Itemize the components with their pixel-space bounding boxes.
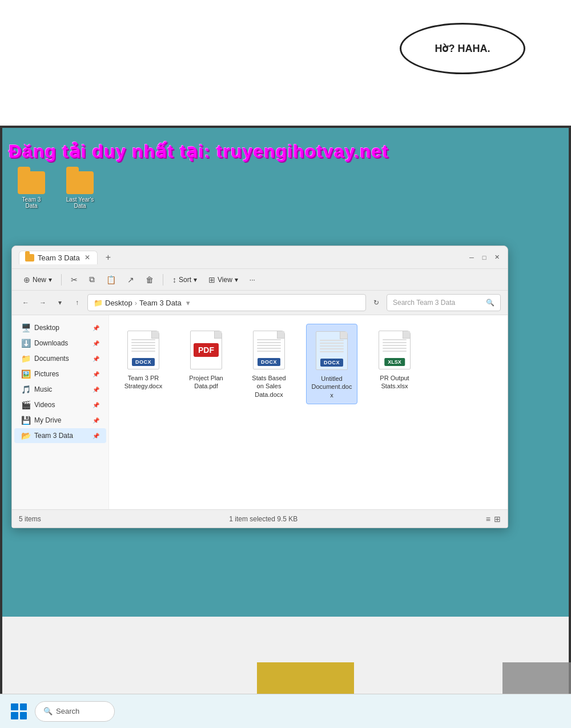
- view-button[interactable]: ⊞ View ▾: [204, 273, 243, 287]
- mydrive-icon: 💾: [21, 416, 31, 425]
- sidebar-item-music[interactable]: 🎵 Music 📌: [14, 382, 106, 397]
- pin-icon-team3data: 📌: [93, 433, 99, 439]
- speech-bubble: Hờ? HAHA.: [400, 23, 525, 74]
- desktop-icon-lastyear[interactable]: Last Year'sData: [60, 171, 100, 209]
- file-label-2: Project Plan Data.pdf: [185, 374, 227, 391]
- folder-icon-lastyear: [66, 171, 94, 194]
- file-item-untitled[interactable]: DOCX Untitled Document.docx: [306, 324, 357, 404]
- pin-icon-desktop: 📌: [93, 325, 99, 331]
- docx-icon-1: DOCX: [127, 331, 159, 369]
- windows-start-button[interactable]: [9, 701, 29, 722]
- taskbar-left: 🔍 Search: [9, 701, 115, 722]
- file-item-proutput[interactable]: XLSX PR Output Stats.xlsx: [369, 324, 420, 404]
- sidebar-item-pictures[interactable]: 🖼️ Pictures 📌: [14, 367, 106, 381]
- breadcrumb-folder-icon: 📁: [94, 299, 103, 307]
- forward-button[interactable]: →: [36, 296, 50, 309]
- status-bar: 5 items 1 item selected 9.5 KB ≡ ⊞: [12, 509, 508, 528]
- address-bar: ← → ▾ ↑ 📁 Desktop › Team 3 Data ▾ ↻ Sear…: [12, 291, 508, 315]
- sidebar-item-desktop[interactable]: 🖥️ Desktop 📌: [14, 320, 106, 335]
- back-button[interactable]: ←: [19, 296, 33, 309]
- status-right: ≡ ⊞: [486, 514, 501, 524]
- team3data-icon: 📂: [21, 431, 31, 440]
- sidebar-label-documents: Documents: [34, 355, 69, 363]
- maximize-button[interactable]: □: [480, 254, 488, 262]
- sidebar-label-music: Music: [34, 385, 52, 393]
- up-button[interactable]: ↑: [70, 296, 84, 309]
- windows-logo: [11, 703, 27, 719]
- docx-icon-3: DOCX: [253, 331, 285, 369]
- sidebar-item-team3data[interactable]: 📂 Team 3 Data 📌: [14, 428, 106, 443]
- docx-badge-1: DOCX: [132, 358, 155, 366]
- sidebar-item-videos[interactable]: 🎬 Videos 📌: [14, 397, 106, 412]
- desktop-icon-label-team3: Team 3Data: [22, 196, 41, 209]
- status-items-count: 5 items: [19, 515, 41, 523]
- file-item-statsdata[interactable]: DOCX Stats Based on Sales Data.docx: [243, 324, 295, 404]
- window-controls: ─ □ ✕: [468, 254, 501, 262]
- desktop-icons: Team 3Data Last Year'sData: [11, 171, 100, 209]
- file-item-projectplan[interactable]: PDF Project Plan Data.pdf: [180, 324, 232, 404]
- grid-view-icon[interactable]: ⊞: [494, 514, 501, 524]
- file-icon-wrapper-1: DOCX: [125, 328, 162, 372]
- new-icon: ⊕: [23, 275, 30, 284]
- file-item-team3pr[interactable]: DOCX Team 3 PR Strategy.docx: [118, 324, 169, 404]
- docx-badge-3: DOCX: [258, 358, 280, 366]
- file-label-4: Untitled Document.docx: [311, 375, 352, 399]
- down-button[interactable]: ▾: [53, 296, 67, 309]
- search-icon: 🔍: [486, 299, 494, 307]
- delete-icon: 🗑: [146, 275, 154, 284]
- title-tab[interactable]: Team 3 Data ✕: [19, 251, 98, 264]
- file-label-5: PR Output Stats.xlsx: [373, 374, 416, 391]
- refresh-button[interactable]: ↻: [369, 296, 383, 309]
- list-view-icon[interactable]: ≡: [486, 514, 490, 524]
- cut-button[interactable]: ✂: [66, 273, 82, 287]
- pin-icon-pictures: 📌: [93, 371, 99, 377]
- sort-icon: ↕: [172, 275, 176, 284]
- share-button[interactable]: ↗: [123, 273, 139, 287]
- file-icon-wrapper-4: DOCX: [313, 329, 350, 372]
- xlsx-icon-1: XLSX: [379, 331, 411, 369]
- paste-button[interactable]: 📋: [102, 273, 120, 287]
- sort-button[interactable]: ↕ Sort ▾: [168, 273, 202, 287]
- speech-bubble-text: Hờ? HAHA.: [435, 42, 490, 55]
- watermark-text: Đăng tải duy nhất tại: truyengihotvay.ne…: [9, 141, 389, 162]
- taskbar: 🔍 Search: [0, 694, 571, 728]
- paste-icon: 📋: [106, 275, 116, 284]
- close-button[interactable]: ✕: [493, 254, 501, 262]
- file-icon-wrapper-3: DOCX: [251, 328, 287, 372]
- file-label-1: Team 3 PR Strategy.docx: [122, 374, 164, 391]
- breadcrumb-separator: ›: [135, 299, 137, 307]
- sidebar-label-team3data: Team 3 Data: [34, 432, 73, 440]
- breadcrumb-item-desktop[interactable]: Desktop: [105, 299, 132, 307]
- sidebar-item-mydrive[interactable]: 💾 My Drive 📌: [14, 413, 106, 428]
- breadcrumb-item-team3[interactable]: Team 3 Data: [139, 299, 182, 307]
- taskbar-search-label: Search: [56, 707, 79, 715]
- breadcrumb-bar[interactable]: 📁 Desktop › Team 3 Data ▾: [87, 294, 366, 311]
- breadcrumb-dropdown[interactable]: ▾: [186, 299, 190, 307]
- file-icon-wrapper-2: PDF: [188, 328, 224, 372]
- delete-button[interactable]: 🗑: [141, 273, 158, 287]
- desktop-icon-team3[interactable]: Team 3Data: [11, 171, 51, 209]
- new-button[interactable]: ⊕ New ▾: [19, 273, 57, 287]
- sidebar-item-documents[interactable]: 📁 Documents 📌: [14, 351, 106, 366]
- tab-add-button[interactable]: +: [102, 252, 114, 263]
- file-explorer-window: Team 3 Data ✕ + ─ □ ✕ ⊕ New ▾ ✂ ⧉ 📋 ↗: [11, 246, 508, 528]
- search-bar[interactable]: Search Team 3 Data 🔍: [387, 294, 501, 311]
- search-placeholder: Search Team 3 Data: [393, 299, 455, 307]
- pin-icon-music: 📌: [93, 387, 99, 393]
- sidebar-label-desktop: Desktop: [34, 324, 59, 332]
- sidebar-label-mydrive: My Drive: [34, 416, 61, 424]
- sidebar-item-downloads[interactable]: ⬇️ Downloads 📌: [14, 336, 106, 351]
- tab-close-button[interactable]: ✕: [83, 254, 91, 262]
- bottom-decoration-1: [257, 662, 354, 694]
- minimize-button[interactable]: ─: [468, 254, 476, 262]
- docx-icon-4: DOCX: [316, 331, 348, 370]
- cut-icon: ✂: [71, 275, 78, 284]
- pin-icon-videos: 📌: [93, 402, 99, 408]
- file-lines-1: [131, 339, 155, 352]
- sidebar-label-downloads: Downloads: [34, 339, 68, 347]
- taskbar-search-button[interactable]: 🔍 Search: [35, 701, 115, 722]
- copy-button[interactable]: ⧉: [85, 272, 99, 287]
- desktop-icon-label-lastyear: Last Year'sData: [66, 196, 94, 209]
- folder-icon-team3: [18, 171, 45, 194]
- more-button[interactable]: ···: [245, 273, 260, 286]
